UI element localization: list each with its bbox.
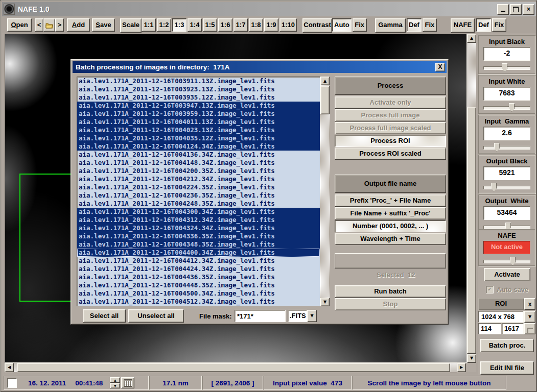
file-row[interactable]: aia.lev1.171A_2011-12-16T004400.34Z.imag… [77,249,320,257]
file-row[interactable]: aia.lev1.171A_2011-12-16T004336.35Z.imag… [77,232,320,240]
scale-option-button[interactable]: 1:3 [172,18,186,32]
slider-thumb[interactable] [491,183,497,191]
process-option-button[interactable]: Process ROI [335,135,446,147]
batch-proc-button[interactable]: Batch proc. [480,339,534,352]
process-option-button[interactable]: Process [335,77,446,95]
dialog-close-button[interactable]: X [435,63,445,71]
extension-select[interactable]: .FITS [288,310,307,322]
file-row[interactable]: aia.lev1.171A_2011-12-16T004512.34Z.imag… [77,298,320,306]
output-option-button[interactable]: Prefix 'Proc_' + File Name [335,194,446,207]
file-row[interactable]: aia.lev1.171A_2011-12-16T004500.34Z.imag… [77,289,320,298]
slider-thumb[interactable] [494,143,500,152]
scroll-down-button[interactable]: ▼ [467,354,476,363]
scroll-right-button[interactable]: ▶ [457,363,466,372]
file-row[interactable]: aia.lev1.171A_2011-12-16T004148.34Z.imag… [77,159,320,167]
adjuster-slider[interactable] [483,63,530,72]
file-row[interactable]: aia.lev1.171A_2011-12-16T003959.13Z.imag… [77,110,320,118]
scroll-left-button[interactable]: ◀ [5,363,14,372]
slider-channel[interactable] [483,106,530,110]
extension-dropdown-button[interactable]: ▼ [307,310,317,322]
roi-size-select[interactable]: 1024 x 768 [478,311,524,323]
file-row[interactable]: aia.lev1.171A_2011-12-16T004035.12Z.imag… [77,134,320,142]
adjuster-value-field[interactable]: 53464 [483,206,530,220]
file-row[interactable]: aia.lev1.171A_2011-12-16T003935.12Z.imag… [77,93,320,102]
file-row[interactable]: aia.lev1.171A_2011-12-16T004200.35Z.imag… [77,167,320,175]
scale-option-button[interactable]: 1:9 [264,18,278,32]
statusbar-checkbox[interactable] [7,378,17,388]
folder-button[interactable] [43,18,55,32]
nafe-option-button[interactable]: Def [476,18,491,32]
adjuster-value-field[interactable]: 2.6 [483,127,530,140]
maximize-button[interactable] [510,4,522,15]
vscroll-thumb[interactable] [467,107,476,354]
next-image-button[interactable]: > [55,18,64,32]
prev-image-button[interactable]: < [35,18,43,32]
close-button[interactable]: × [523,4,534,15]
roi-corner-button[interactable] [524,323,535,334]
file-row[interactable]: aia.lev1.171A_2011-12-16T004436.35Z.imag… [77,273,320,281]
scale-option-button[interactable]: 1:4 [188,18,202,32]
hscroll-thumb[interactable] [17,363,450,372]
run-batch-button[interactable]: Stop [335,298,446,310]
adjuster-value-field[interactable]: -2 [483,47,530,61]
file-row[interactable]: aia.lev1.171A_2011-12-16T004248.35Z.imag… [77,200,320,208]
file-row[interactable]: aia.lev1.171A_2011-12-16T003923.13Z.imag… [77,85,320,93]
vertical-scrollbar[interactable]: ▲ ▼ [467,34,476,363]
scale-option-button[interactable]: 1:6 [218,18,232,32]
roi-x-field[interactable]: 114 [478,323,501,334]
process-option-button[interactable]: Process full image [335,109,446,121]
open-button[interactable]: Open [7,18,32,32]
list-scroll-up-button[interactable]: ▲ [320,77,330,85]
scale-option-button[interactable]: 1:1 [142,18,156,32]
output-option-button[interactable]: Wavelength + Time [335,233,446,245]
scale-option-button[interactable]: 1:5 [203,18,217,32]
adjuster-value-field[interactable]: 7683 [483,87,530,101]
scale-option-button[interactable]: 1:8 [249,18,263,32]
nafe-option-button[interactable]: Fix [492,18,506,32]
file-mask-input[interactable] [235,310,286,322]
scale-option-button[interactable]: 1:2 [157,18,171,32]
gamma-option-button[interactable]: Fix [423,18,437,32]
file-row[interactable]: aia.lev1.171A_2011-12-16T003947.13Z.imag… [77,102,320,110]
gamma-option-button[interactable]: Def [407,18,422,32]
output-option-button[interactable]: Number (0001, 0002, ... ) [335,220,446,232]
file-row[interactable]: aia.lev1.171A_2011-12-16T004324.34Z.imag… [77,224,320,232]
time-spin-up-button[interactable]: ▲ [110,377,120,383]
adjuster-slider[interactable] [483,183,530,191]
file-row[interactable]: aia.lev1.171A_2011-12-16T004424.34Z.imag… [77,265,320,273]
scale-option-button[interactable]: 1:7 [234,18,248,32]
file-list[interactable]: aia.lev1.171A_2011-12-16T003911.13Z.imag… [77,77,320,306]
adjuster-slider[interactable] [483,143,530,152]
roi-y-field[interactable]: 1617 [502,323,524,334]
file-row[interactable]: aia.lev1.171A_2011-12-16T004124.34Z.imag… [77,142,320,151]
nafe-slider[interactable] [483,257,530,265]
output-option-button[interactable]: Output file name [335,175,446,193]
file-row[interactable]: aia.lev1.171A_2011-12-16T004348.35Z.imag… [77,240,320,249]
unselect-all-button[interactable]: Unselect all [128,309,184,323]
slider-thumb[interactable] [502,63,507,72]
contrast-option-button[interactable]: Fix [353,18,367,32]
output-option-button[interactable]: File Name + suffix '_Proc' [335,207,446,219]
slider-channel[interactable] [483,146,530,150]
adjuster-slider[interactable] [483,103,530,112]
slider-channel[interactable] [483,260,530,263]
roi-close-button[interactable]: x [524,298,535,310]
file-row[interactable]: aia.lev1.171A_2011-12-16T004224.35Z.imag… [77,183,320,191]
calendar-button[interactable] [121,377,134,388]
file-row[interactable]: aia.lev1.171A_2011-12-16T004212.34Z.imag… [77,175,320,183]
file-row[interactable]: aia.lev1.171A_2011-12-16T004312.34Z.imag… [77,216,320,224]
file-row[interactable]: aia.lev1.171A_2011-12-16T004136.34Z.imag… [77,151,320,159]
roi-size-dropdown-button[interactable]: ▼ [524,311,535,323]
save-button[interactable]: Save [92,18,115,32]
file-row[interactable]: aia.lev1.171A_2011-12-16T003911.13Z.imag… [77,77,320,85]
select-all-button[interactable]: Select all [83,309,126,323]
contrast-option-button[interactable]: Auto [332,18,352,32]
process-option-button[interactable]: Process full image scaled [335,122,446,134]
scroll-up-button[interactable]: ▲ [467,34,476,43]
minimize-button[interactable] [497,4,509,15]
scale-option-button[interactable]: 1:10 [279,18,297,32]
list-scroll-down-button[interactable]: ▼ [320,298,330,306]
file-row[interactable]: aia.lev1.171A_2011-12-16T004023.13Z.imag… [77,126,320,134]
process-option-button[interactable]: Process ROI scaled [335,148,446,160]
file-row[interactable]: aia.lev1.171A_2011-12-16T004412.34Z.imag… [77,257,320,265]
